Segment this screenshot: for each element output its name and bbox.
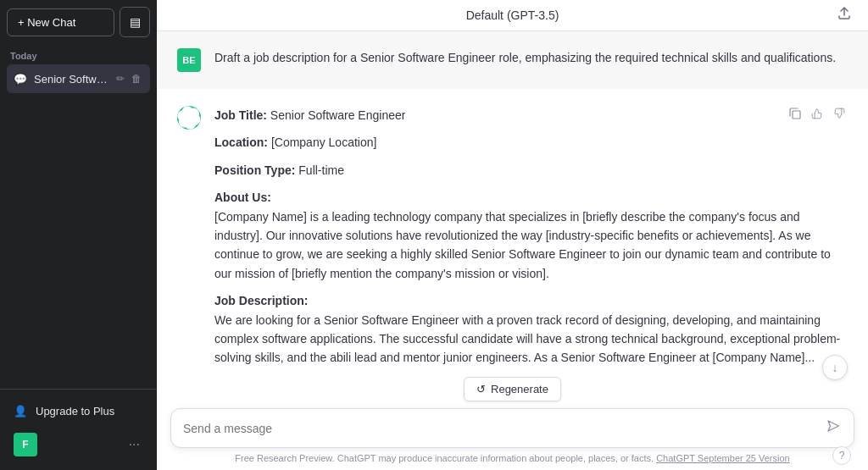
share-icon [837,8,851,23]
position-type-value: Full-time [295,163,344,177]
chat-item-actions: ✏ 🗑 [114,71,143,86]
job-description-label: Job Description: [214,294,308,307]
location-value: [Company Location] [268,135,376,149]
sidebar-toggle-button[interactable]: ▤ [120,7,150,37]
job-title-line: Job Title: Senior Software Engineer [214,106,848,124]
upgrade-to-plus-button[interactable]: 👤 Upgrade to Plus [7,396,150,426]
send-button[interactable] [825,417,842,439]
user-icon: 👤 [14,405,27,417]
regenerate-label: Regenerate [491,383,548,395]
model-name: Default (GPT-3.5) [466,8,559,22]
position-type-line: Position Type: Full-time [214,161,848,180]
job-description-line: Job Description: We are looking for a Se… [214,291,848,368]
chat-icon: 💬 [14,73,27,86]
help-button[interactable]: ? [832,446,851,465]
rename-chat-button[interactable]: ✏ [114,71,126,86]
share-button[interactable] [834,3,854,27]
footer-link[interactable]: ChatGPT September 25 Version [656,453,790,463]
location-line: Location: [Company Location] [214,133,848,152]
assistant-message-row: Job Title: Senior Software Engineer Loca… [157,89,868,370]
user-avatar: F [14,433,37,456]
main-header: Default (GPT-3.5) [157,0,868,31]
sidebar-toggle-icon: ▤ [130,15,141,29]
chat-item-label: Senior Software Engine [34,73,108,86]
job-title-label: Job Title: [214,108,267,122]
sidebar-section-today: Today [0,44,157,64]
job-description-text: We are looking for a Senior Software Eng… [214,313,840,365]
user-message-row: BE Draft a job description for a Senior … [157,31,868,89]
copy-icon [789,108,801,122]
main-panel: Default (GPT-3.5) BE Draft a job descrip… [157,0,868,470]
chat-bottom: ↺ Regenerate ↓ Free Research Preview. Ch… [157,370,868,470]
upgrade-label: Upgrade to Plus [36,405,114,417]
new-chat-button[interactable]: + New Chat [7,8,114,36]
user-message-text: Draft a job description for a Senior Sof… [214,48,848,67]
about-us-line: About Us: [Company Name] is a leading te… [214,188,848,283]
copy-message-button[interactable] [787,106,804,124]
footer-text: Free Research Preview. ChatGPT may produ… [170,448,854,467]
regenerate-button[interactable]: ↺ Regenerate [464,377,561,401]
chat-list: 💬 Senior Software Engine ✏ 🗑 [0,64,157,93]
input-row [170,408,854,448]
send-icon [826,419,840,437]
delete-chat-button[interactable]: 🗑 [130,71,143,86]
chat-item[interactable]: 💬 Senior Software Engine ✏ 🗑 [7,64,150,93]
position-type-label: Position Type: [214,163,295,177]
job-title-value: Senior Software Engineer [267,108,405,122]
sidebar-top: + New Chat ▤ [0,0,157,44]
thumbs-up-button[interactable] [809,106,826,124]
svg-rect-0 [793,111,800,119]
user-row[interactable]: F ··· [7,426,150,463]
sidebar: + New Chat ▤ Today 💬 Senior Software Eng… [0,0,157,470]
regenerate-bar: ↺ Regenerate [170,377,854,401]
user-menu-button[interactable]: ··· [125,437,143,452]
location-label: Location: [214,135,268,149]
thumbs-down-icon [833,108,845,122]
chat-area: BE Draft a job description for a Senior … [157,31,868,370]
thumbs-down-button[interactable] [831,106,848,124]
regenerate-icon: ↺ [476,383,486,395]
scroll-down-icon: ↓ [832,361,838,374]
scroll-down-button[interactable]: ↓ [822,355,848,380]
about-us-text: [Company Name] is a leading technology c… [214,210,831,280]
user-badge: BE [177,48,201,72]
assistant-badge [177,106,201,130]
sidebar-bottom: 👤 Upgrade to Plus F ··· [0,389,157,470]
message-input[interactable] [183,422,818,435]
message-actions [787,106,848,124]
assistant-message-content: Job Title: Senior Software Engineer Loca… [214,106,848,368]
about-us-label: About Us: [214,191,271,204]
thumbs-up-icon [811,108,823,122]
